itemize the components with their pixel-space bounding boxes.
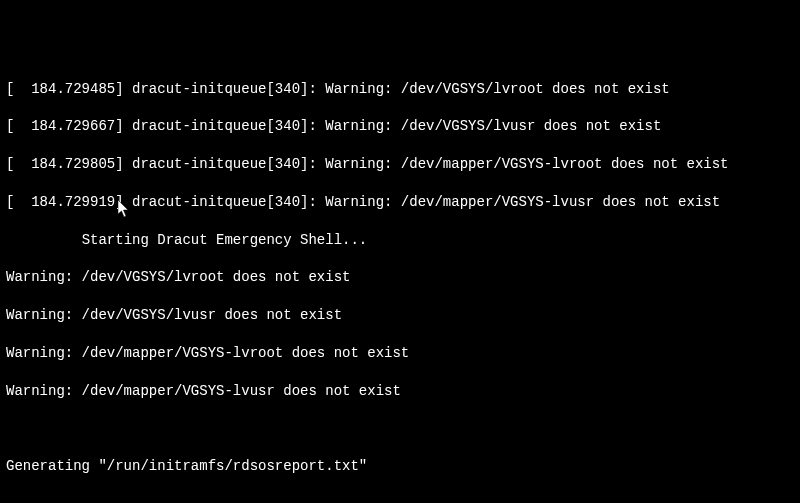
warning-line: Warning: /dev/VGSYS/lvusr does not exist xyxy=(6,306,794,325)
kernel-boot-line: [ 184.729667] dracut-initqueue[340]: War… xyxy=(6,117,794,136)
warning-line: Warning: /dev/VGSYS/lvroot does not exis… xyxy=(6,268,794,287)
starting-shell-line: Starting Dracut Emergency Shell... xyxy=(6,231,794,250)
kernel-boot-line: [ 184.729805] dracut-initqueue[340]: War… xyxy=(6,155,794,174)
kernel-boot-line: [ 184.729919] dracut-initqueue[340]: War… xyxy=(6,193,794,212)
kernel-boot-line: [ 184.729485] dracut-initqueue[340]: War… xyxy=(6,80,794,99)
generating-report-line: Generating "/run/initramfs/rdsosreport.t… xyxy=(6,457,794,476)
blank-line xyxy=(6,420,794,439)
warning-line: Warning: /dev/mapper/VGSYS-lvusr does no… xyxy=(6,382,794,401)
blank-line xyxy=(6,495,794,503)
warning-line: Warning: /dev/mapper/VGSYS-lvroot does n… xyxy=(6,344,794,363)
